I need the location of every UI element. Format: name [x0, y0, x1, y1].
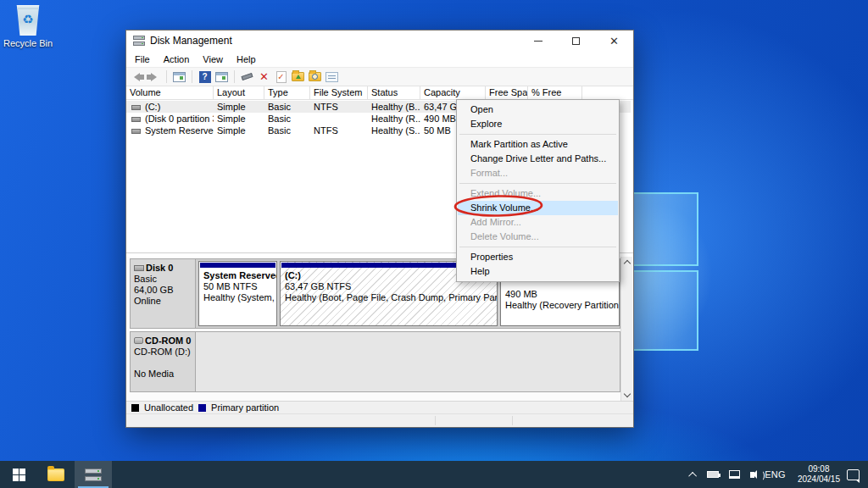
menu-item-shrink-volume[interactable]: Shrink Volume... — [458, 201, 618, 215]
disk-management-icon — [85, 469, 102, 481]
menu-help[interactable]: Help — [230, 53, 263, 66]
folder-up-icon[interactable] — [291, 70, 305, 84]
toolbar: ? ✕ ✓ — [126, 67, 633, 86]
menu-item-extend-volume: Extend Volume... — [458, 186, 618, 201]
menu-file[interactable]: File — [128, 53, 157, 66]
menu-action[interactable]: Action — [157, 53, 197, 66]
disk-management-app-icon — [133, 36, 145, 46]
col-volume[interactable]: Volume — [126, 86, 214, 100]
screwdriver-icon[interactable] — [240, 70, 254, 84]
list-header: Volume Layout Type File System Status Ca… — [126, 86, 633, 100]
folder-search-icon[interactable] — [308, 70, 322, 84]
clock[interactable]: 09:08 2024/04/15 — [791, 464, 847, 485]
col-type[interactable]: Type — [264, 86, 310, 100]
primary-partition-strip — [200, 263, 275, 268]
speaker-icon[interactable] — [745, 461, 760, 488]
properties-icon[interactable] — [325, 70, 339, 84]
menu-item-change-drive-letter[interactable]: Change Drive Letter and Paths... — [458, 152, 618, 166]
wallpaper-logo-pane-top — [624, 192, 698, 266]
clock-time: 09:08 — [798, 464, 840, 474]
action-pane-icon[interactable] — [214, 70, 229, 84]
menu-item-explore[interactable]: Explore — [458, 117, 618, 131]
status-bar — [126, 413, 633, 427]
disk-icon — [134, 265, 144, 271]
col-empty — [582, 86, 631, 100]
notification-icon[interactable] — [847, 469, 860, 480]
battery-icon[interactable] — [702, 461, 724, 488]
cdrom-label-panel[interactable]: CD-ROM 0 CD-ROM (D:) No Media — [131, 332, 196, 391]
volume-icon — [131, 117, 141, 122]
forward-arrow-icon[interactable] — [147, 70, 161, 84]
menu-item-format: Format... — [458, 166, 618, 180]
unallocated-label: Unallocated — [144, 402, 193, 413]
col-percent-free[interactable]: % Free — [528, 86, 582, 100]
clock-date: 2024/04/15 — [798, 474, 840, 485]
col-status[interactable]: Status — [368, 86, 420, 100]
cdrom-icon — [134, 337, 143, 344]
wallpaper-logo-pane-bottom — [624, 270, 698, 351]
legend-bar: Unallocated Primary partition — [126, 401, 633, 413]
help-icon[interactable]: ? — [198, 70, 212, 84]
primary-partition-swatch — [198, 404, 206, 412]
system-tray: ENG 09:08 2024/04/15 — [686, 461, 868, 488]
scroll-down-icon[interactable] — [624, 391, 631, 397]
menu-item-delete-volume: Delete Volume... — [458, 230, 618, 244]
menu-separator — [459, 247, 616, 247]
menu-separator — [459, 183, 616, 184]
menu-bar: File Action View Help — [126, 51, 633, 67]
minimize-button[interactable] — [519, 30, 557, 51]
unallocated-swatch — [131, 404, 139, 412]
tray-chevron-up-icon[interactable] — [686, 461, 702, 488]
taskbar: ENG 09:08 2024/04/15 — [0, 461, 868, 488]
recycle-bin-label: Recycle Bin — [2, 38, 54, 48]
col-layout[interactable]: Layout — [214, 86, 264, 100]
console-window-icon[interactable] — [172, 70, 186, 84]
recycle-bin-shortcut[interactable]: ♻ Recycle Bin — [2, 5, 54, 48]
network-icon[interactable] — [724, 461, 745, 488]
menu-item-add-mirror: Add Mirror... — [458, 215, 618, 230]
maximize-button[interactable] — [557, 30, 595, 51]
menu-item-help[interactable]: Help — [458, 264, 618, 279]
file-explorer-button[interactable] — [37, 461, 75, 488]
recycle-bin-icon: ♻ — [15, 5, 41, 36]
back-arrow-icon[interactable] — [130, 70, 144, 84]
window-title: Disk Management — [150, 35, 232, 47]
desktop-wallpaper: ♻ Recycle Bin Disk Management ✕ File Act… — [0, 0, 868, 488]
title-bar[interactable]: Disk Management ✕ — [126, 30, 633, 51]
scroll-up-icon[interactable] — [624, 260, 631, 267]
close-button[interactable]: ✕ — [595, 30, 633, 51]
cdrom-row: CD-ROM 0 CD-ROM (D:) No Media — [130, 331, 620, 392]
context-menu: Open Explore Mark Partition as Active Ch… — [456, 99, 620, 282]
windows-logo-icon — [13, 469, 25, 481]
vertical-scrollbar[interactable] — [620, 257, 632, 401]
volume-icon — [131, 129, 141, 134]
menu-item-open[interactable]: Open — [458, 103, 618, 117]
partition-system-reserved[interactable]: System Reserved 50 MB NTFS Healthy (Syst… — [198, 261, 277, 326]
disk0-label-panel[interactable]: Disk 0 Basic 64,00 GB Online — [131, 259, 196, 328]
menu-view[interactable]: View — [196, 53, 230, 66]
delete-icon[interactable]: ✕ — [257, 70, 271, 84]
primary-partition-label: Primary partition — [211, 402, 279, 413]
volume-icon — [131, 105, 141, 110]
check-document-icon[interactable]: ✓ — [274, 70, 288, 84]
start-button[interactable] — [0, 461, 37, 488]
menu-item-properties[interactable]: Properties — [458, 250, 618, 264]
disk-management-taskbar-button[interactable] — [75, 461, 112, 488]
col-capacity[interactable]: Capacity — [420, 86, 486, 100]
menu-separator — [459, 134, 616, 135]
menu-item-mark-partition-active[interactable]: Mark Partition as Active — [458, 137, 618, 152]
col-freespace[interactable]: Free Spa... — [486, 86, 528, 100]
file-explorer-icon — [47, 469, 64, 481]
col-filesystem[interactable]: File System — [310, 86, 368, 100]
